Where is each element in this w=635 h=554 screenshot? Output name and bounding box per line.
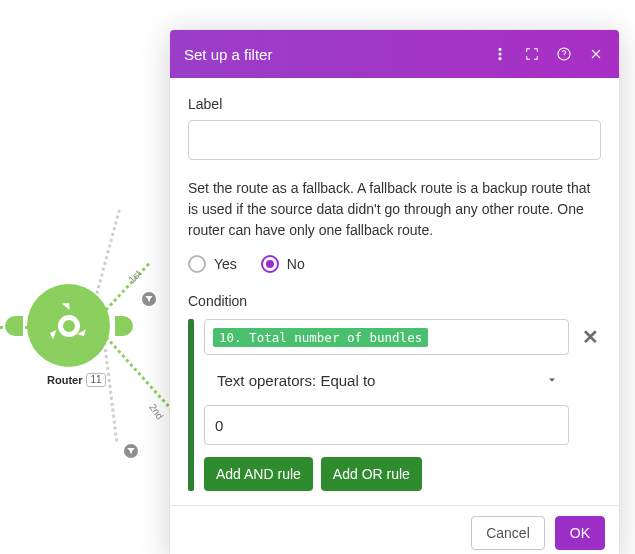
close-icon[interactable] xyxy=(587,45,605,63)
dialog-header: Set up a filter xyxy=(170,30,619,78)
remove-condition-button[interactable]: ✕ xyxy=(579,319,601,349)
condition-value-field[interactable]: 0 xyxy=(204,405,569,445)
more-options-icon[interactable] xyxy=(491,45,509,63)
node-connector-right[interactable] xyxy=(115,316,133,336)
node-connector-left[interactable] xyxy=(5,316,23,336)
fallback-radio-no[interactable]: No xyxy=(261,255,305,273)
router-label: Router 11 xyxy=(47,373,106,387)
condition-bracket xyxy=(188,319,194,491)
label-input[interactable] xyxy=(188,120,601,160)
condition-value-text: 0 xyxy=(215,417,223,434)
fallback-radio-group: Yes No xyxy=(188,255,601,273)
fallback-radio-no-label: No xyxy=(287,256,305,272)
svg-point-1 xyxy=(499,53,501,55)
chevron-down-icon xyxy=(546,372,558,389)
add-or-rule-button[interactable]: Add OR rule xyxy=(321,457,422,491)
dialog-footer: Cancel OK xyxy=(170,505,619,554)
add-and-rule-button[interactable]: Add AND rule xyxy=(204,457,313,491)
condition-block: 10. Total number of bundles Text operato… xyxy=(188,319,601,491)
router-module-number: 11 xyxy=(86,373,105,387)
route-order-label: 2nd xyxy=(147,402,166,422)
help-icon[interactable] xyxy=(555,45,573,63)
condition-section-label: Condition xyxy=(188,293,601,309)
filter-dialog: Set up a filter Label Set the route as a… xyxy=(170,30,619,554)
connector-line xyxy=(100,263,150,316)
filter-icon[interactable] xyxy=(122,442,140,460)
condition-operator-label: Text operators: Equal to xyxy=(217,372,375,389)
router-label-text: Router xyxy=(47,374,82,386)
condition-operator-select[interactable]: Text operators: Equal to xyxy=(204,363,569,397)
svg-point-4 xyxy=(564,57,565,58)
fallback-radio-yes-label: Yes xyxy=(214,256,237,272)
connector-line xyxy=(103,342,118,442)
filter-icon[interactable] xyxy=(140,290,158,308)
fallback-radio-yes[interactable]: Yes xyxy=(188,255,237,273)
label-field-label: Label xyxy=(188,96,601,112)
cancel-button[interactable]: Cancel xyxy=(471,516,545,550)
connector-line xyxy=(92,209,121,306)
router-node[interactable] xyxy=(27,284,110,367)
fallback-help-text: Set the route as a fallback. A fallback … xyxy=(188,178,601,241)
svg-point-0 xyxy=(499,48,501,50)
ok-button[interactable]: OK xyxy=(555,516,605,550)
expand-icon[interactable] xyxy=(523,45,541,63)
svg-point-2 xyxy=(499,58,501,60)
variable-chip[interactable]: 10. Total number of bundles xyxy=(213,328,428,347)
condition-operand-field[interactable]: 10. Total number of bundles xyxy=(204,319,569,355)
dialog-title: Set up a filter xyxy=(184,46,491,63)
